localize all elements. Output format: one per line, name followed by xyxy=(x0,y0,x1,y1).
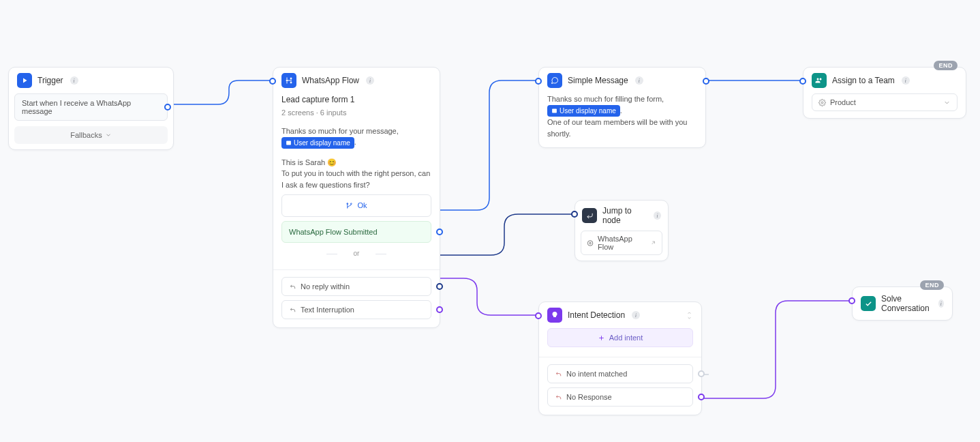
solve-title: Solve Conversation xyxy=(881,294,932,313)
user-display-name-token: User display name xyxy=(547,105,620,117)
play-icon xyxy=(17,73,32,88)
target-icon xyxy=(587,239,594,247)
svg-rect-6 xyxy=(552,109,557,113)
svg-point-5 xyxy=(351,203,352,205)
branch-icon xyxy=(346,202,353,209)
end-badge: END xyxy=(920,280,944,290)
trigger-title: Trigger xyxy=(37,76,63,85)
message-icon xyxy=(547,73,562,88)
svg-rect-3 xyxy=(286,141,291,145)
reply-arrow-icon xyxy=(289,283,296,291)
assign-team-node[interactable]: END Assign to a Team i Product xyxy=(803,67,966,119)
info-icon: i xyxy=(635,76,643,85)
no-intent-matched-row[interactable]: No intent matched xyxy=(547,364,693,383)
form-title: Lead capture form 1 xyxy=(281,93,431,106)
simple-message-title: Simple Message xyxy=(568,76,628,85)
svg-point-2 xyxy=(290,82,292,83)
ok-button[interactable]: Ok xyxy=(281,194,431,217)
external-icon xyxy=(650,239,656,246)
svg-point-1 xyxy=(290,78,292,79)
reply-arrow-icon xyxy=(289,306,296,314)
info-icon: i xyxy=(70,76,78,85)
intent-icon xyxy=(547,308,562,323)
whatsapp-flow-node[interactable]: WhatsApp Flow i Lead capture form 1 2 sc… xyxy=(273,67,440,328)
no-reply-row[interactable]: No reply within xyxy=(281,277,431,296)
assign-title: Assign to a Team xyxy=(832,76,895,85)
add-intent-button[interactable]: Add intent xyxy=(547,328,693,347)
team-icon xyxy=(812,73,827,88)
trigger-start-condition[interactable]: Start when I receive a WhatsApp message xyxy=(14,93,168,121)
info-icon: i xyxy=(366,76,374,85)
solve-conversation-node[interactable]: END Solve Conversation i xyxy=(852,286,953,321)
intent-detection-node[interactable]: Intent Detection i Add intent No intent … xyxy=(538,301,702,415)
whatsapp-flow-title: WhatsApp Flow xyxy=(302,76,359,85)
svg-point-11 xyxy=(821,102,823,104)
team-select[interactable]: Product xyxy=(812,93,958,111)
svg-point-8 xyxy=(589,242,592,244)
jump-icon xyxy=(582,208,597,223)
simple-message-node[interactable]: Simple Message i Thanks so much for fill… xyxy=(538,67,706,148)
info-icon: i xyxy=(902,76,910,85)
chevron-down-icon xyxy=(943,99,951,106)
jump-title: Jump to node xyxy=(602,206,647,225)
reply-arrow-icon xyxy=(555,370,562,378)
gear-icon xyxy=(818,99,826,106)
no-response-row[interactable]: No Response xyxy=(547,387,693,407)
sort-icon[interactable] xyxy=(686,312,693,319)
plus-icon xyxy=(598,334,605,342)
reply-arrow-icon xyxy=(555,394,562,401)
svg-point-0 xyxy=(286,80,288,81)
jump-target[interactable]: WhatsApp Flow xyxy=(581,231,662,255)
flow-icon xyxy=(281,73,296,88)
svg-point-7 xyxy=(587,240,593,246)
check-icon xyxy=(861,296,876,311)
chevron-down-icon xyxy=(105,132,112,138)
text-interruption-row[interactable]: Text Interruption xyxy=(281,300,431,319)
fallbacks-button[interactable]: Fallbacks xyxy=(14,126,168,144)
info-icon: i xyxy=(632,311,640,319)
info-icon: i xyxy=(938,299,944,308)
end-badge: END xyxy=(934,61,958,70)
or-separator: or xyxy=(281,248,431,259)
intent-title: Intent Detection xyxy=(568,310,625,320)
trigger-node[interactable]: Trigger i Start when I receive a WhatsAp… xyxy=(8,67,174,150)
form-meta: 2 screens · 6 inputs xyxy=(281,107,431,119)
info-icon: i xyxy=(654,211,661,220)
flow-submitted-row[interactable]: WhatsApp Flow Submitted xyxy=(281,221,431,244)
user-display-name-token: User display name xyxy=(281,137,354,149)
jump-to-node[interactable]: Jump to node i WhatsApp Flow xyxy=(575,200,669,261)
